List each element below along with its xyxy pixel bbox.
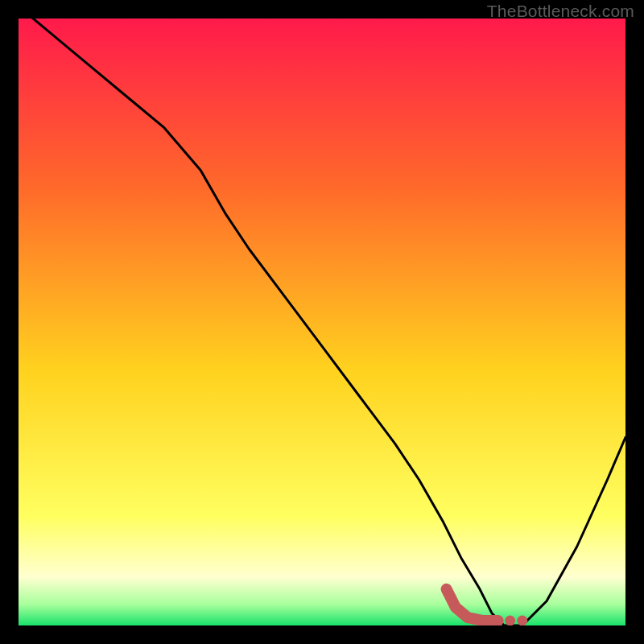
range-highlight-dot — [505, 616, 515, 626]
gradient-background — [19, 19, 625, 625]
bottleneck-chart — [19, 19, 625, 625]
range-highlight-dot — [517, 616, 527, 626]
